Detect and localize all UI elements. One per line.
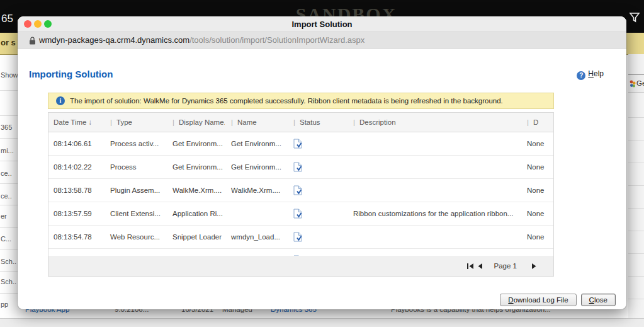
table-row[interactable]: 08:13:54.78 Web Resourc... Snippet Loade… [48,226,553,249]
help-label: elp [594,69,604,78]
document-check-icon[interactable] [287,232,346,242]
column-header-datetime[interactable]: Date Time↓ [48,118,104,126]
row-divider [628,231,644,231]
help-label: H [588,69,594,78]
cell-display-name: Snippet Loader [166,233,225,241]
column-header-description[interactable]: |Description [346,118,521,126]
cell-name: wmdyn_Load... [225,233,287,241]
cell-display-name: WalkMe.Xrm.... [166,186,225,194]
window-titlebar[interactable]: Import Solution [18,16,626,32]
import-solution-dialog: Import Solution wmdyn-packages-qa.crm4.d… [18,16,626,309]
grid-body: 08:14:06.61 Process activ... Get Environ… [48,132,553,256]
document-check-icon[interactable] [287,255,346,256]
help-icon: ? [577,71,585,80]
background-toolbar-fragment: Ge [628,75,644,93]
cell-type: Web Resourc... [104,233,166,241]
page-indicator: Page 1 [494,262,517,270]
column-header-display-name[interactable]: |Display Name... [166,118,225,126]
url-domain: wmdyn-packages-qa.crm4.dynamics.com [39,35,189,45]
background-left-fragment: 365 [1,123,12,131]
filter-funnel-icon [629,12,640,26]
background-left-fragment: Show [1,71,18,79]
cell-d: None [521,210,552,217]
table-row[interactable]: 08:13:54.70 Web Resourc... WalkMe Confi.… [48,249,553,256]
grid-pagination: Page 1 [48,256,553,276]
row-divider [0,227,18,228]
row-divider [628,140,644,141]
row-divider [628,276,644,277]
cell-d: None [521,233,552,241]
background-toolbar-label: Ge [636,79,644,87]
row-divider [0,271,18,272]
row-divider [628,163,644,163]
cell-description: Ribbon customizations for the applicatio… [346,210,521,217]
screen: SANDBOX 65 or s Show 365 mi... ce.. ce..… [0,0,644,327]
column-divider: | [293,118,295,126]
row-divider [0,138,18,139]
cell-name: Get Environm... [225,163,287,171]
column-header-type[interactable]: |Type [104,118,166,126]
cell-name: Get Environm... [225,140,287,147]
import-log-grid: Date Time↓ |Type |Display Name... |Name … [48,112,554,277]
document-check-icon[interactable] [287,162,346,172]
row-divider [628,299,644,299]
row-divider [628,185,644,186]
background-notification-fragment: or s [1,38,16,47]
background-footer-strip [0,318,644,327]
background-left-fragment: Sch.. [1,278,16,285]
close-button[interactable]: Close [581,294,616,306]
row-divider [0,90,18,91]
document-check-icon[interactable] [287,185,346,195]
cell-display-name: Get Environm... [166,140,225,147]
row-divider [0,183,18,184]
background-left-fragment: mi... [1,147,14,154]
column-header-name[interactable]: |Name [225,118,287,126]
address-bar[interactable]: wmdyn-packages-qa.crm4.dynamics.com/tool… [18,32,626,49]
background-command-bar-fragment [628,54,644,75]
background-left-fragment: er [1,212,7,220]
download-log-file-button[interactable]: Download Log File [500,294,576,306]
column-divider: | [527,118,529,126]
table-row[interactable]: 08:14:06.61 Process activ... Get Environ… [48,132,553,156]
row-divider [0,161,18,161]
page-title: Importing Solution [29,69,113,79]
banner-message: The import of solution: WalkMe for Dynam… [70,97,503,105]
first-page-button[interactable] [466,263,474,270]
page-url: wmdyn-packages-qa.crm4.dynamics.com/tool… [39,35,364,45]
cell-datetime: 08:13:58.78 [48,186,104,194]
info-icon: i [56,96,65,105]
cell-datetime: 08:14:02.22 [48,163,104,171]
row-divider [0,293,18,294]
cell-type: Process [104,163,166,171]
background-left-fragment: C... [1,235,11,243]
success-banner: i The import of solution: WalkMe for Dyn… [48,93,554,109]
cell-datetime: 08:13:54.78 [48,233,104,241]
background-left-fragment: ce.. [1,169,12,177]
cell-d: None [521,163,552,171]
grid-header: Date Time↓ |Type |Display Name... |Name … [48,113,553,132]
lock-icon [29,36,36,47]
background-left-fragment: Sch.. [1,258,16,265]
previous-page-button[interactable] [477,263,483,270]
row-divider [0,205,18,205]
dialog-content: Importing Solution ?Help i The import of… [18,49,626,309]
column-header-status[interactable]: |Status [287,118,346,126]
document-check-icon[interactable] [287,139,346,149]
table-row[interactable]: 08:13:57.59 Client Extensi... Applicatio… [48,202,553,226]
table-row[interactable]: 08:13:58.78 Plugin Assem... WalkMe.Xrm..… [48,179,553,202]
row-divider [628,253,644,254]
help-link[interactable]: ?Help [577,69,604,80]
cell-datetime: 08:13:57.59 [48,210,104,217]
table-row[interactable]: 08:14:02.22 Process Get Environm... Get … [48,156,553,179]
column-header-d[interactable]: |D [521,118,552,126]
column-divider: | [353,118,355,126]
next-page-button[interactable] [531,263,537,270]
cell-d: None [521,140,552,147]
background-left-fragment: pp [1,301,8,308]
sort-desc-icon: ↓ [88,118,92,126]
column-divider: | [231,118,233,126]
row-divider [628,117,644,118]
cell-datetime: 08:14:06.61 [48,140,104,147]
document-check-icon[interactable] [287,209,346,219]
cell-display-name: Application Ri... [166,210,225,217]
